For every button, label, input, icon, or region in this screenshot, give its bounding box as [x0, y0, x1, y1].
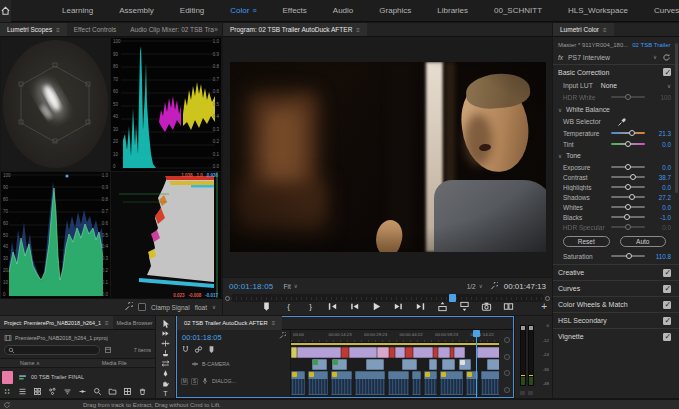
- slider-track[interactable]: [611, 206, 645, 208]
- timeline-clip[interactable]: [413, 347, 433, 358]
- slider-track[interactable]: [611, 226, 645, 228]
- slider-value[interactable]: 0.0: [649, 224, 671, 231]
- slider-value[interactable]: -1.0: [649, 214, 671, 221]
- timeline-clip[interactable]: [377, 347, 389, 358]
- panel-menu-icon[interactable]: ≡: [603, 27, 607, 33]
- timeline-clip[interactable]: [388, 371, 409, 395]
- slider-exposure[interactable]: Exposure0.0: [563, 162, 671, 172]
- tab-media-browser[interactable]: Media Browser: [113, 316, 155, 330]
- snap-icon[interactable]: [181, 345, 190, 354]
- sequence-clip-link[interactable]: 02 TSB Trailer AutoDu...: [632, 42, 671, 48]
- vignette-checkbox[interactable]: [663, 333, 671, 341]
- timeline-clip[interactable]: [442, 359, 455, 370]
- workspace-tab-color[interactable]: Color≡: [217, 6, 269, 15]
- reset-button[interactable]: Reset: [563, 236, 610, 247]
- timeline-clip[interactable]: [366, 359, 384, 370]
- slider-track[interactable]: [611, 255, 645, 257]
- collapse-caret-icon[interactable]: ∨: [558, 107, 562, 113]
- clip-source-label[interactable]: Master * 911YR004_180...02 TSB Trailer A…: [558, 42, 671, 48]
- export-frame-button[interactable]: [480, 300, 493, 313]
- add-marker-button[interactable]: [260, 300, 273, 313]
- timeline-clip[interactable]: [402, 359, 417, 370]
- white-balance-header[interactable]: White Balance: [566, 106, 610, 113]
- pen-tool[interactable]: [159, 369, 172, 378]
- section-color-wheels-match[interactable]: Color Wheels & Match: [553, 296, 679, 312]
- home-button[interactable]: [0, 0, 11, 22]
- play-button[interactable]: [370, 300, 383, 313]
- workspace-tab-audio[interactable]: Audio: [320, 6, 366, 15]
- tabs-overflow-icon[interactable]: »: [214, 26, 222, 33]
- tab-lumetri-color[interactable]: Lumetri Color≡: [553, 23, 614, 37]
- slider-highlights[interactable]: Highlights0.0: [563, 182, 671, 192]
- voiceover-mic-icon[interactable]: [201, 377, 209, 385]
- slider-saturation[interactable]: Saturation110.8: [563, 251, 671, 261]
- timeline-clip[interactable]: [312, 359, 327, 370]
- timeline-clip[interactable]: [487, 359, 499, 370]
- label-color-swatch[interactable]: [2, 371, 13, 384]
- workspace-tab-graphics[interactable]: Graphics: [366, 6, 424, 15]
- freeform-view-icon[interactable]: [47, 386, 58, 397]
- eyedropper-icon[interactable]: [617, 117, 627, 127]
- tab-program[interactable]: Program: 02 TSB Trailer AutoDuck AFTER≡: [223, 23, 367, 37]
- razor-tool[interactable]: [159, 349, 172, 358]
- list-header[interactable]: Name ∧ Media File: [0, 358, 155, 368]
- slider-value[interactable]: 38.7: [649, 174, 671, 181]
- slider-value[interactable]: 0.0: [649, 204, 671, 211]
- timeline-clip[interactable]: [438, 347, 450, 358]
- tone-header[interactable]: Tone: [566, 152, 581, 159]
- collapse-caret-icon[interactable]: ∨: [558, 153, 562, 159]
- timeline-clip[interactable]: [477, 347, 499, 358]
- slider-handle[interactable]: [629, 194, 635, 200]
- timeline-clip[interactable]: [331, 371, 352, 395]
- delete-icon[interactable]: [137, 386, 148, 397]
- curves-checkbox[interactable]: [663, 285, 671, 293]
- slider-track[interactable]: [611, 186, 645, 188]
- slider-shadows[interactable]: Shadows27.2: [563, 192, 671, 202]
- tab-effect-controls[interactable]: Effect Controls: [67, 23, 124, 37]
- workspace-tab-libraries[interactable]: Libraries: [424, 6, 481, 15]
- section-hsl-secondary[interactable]: HSL Secondary: [553, 312, 679, 328]
- section-vignette[interactable]: Vignette: [553, 328, 679, 344]
- panel-menu-icon[interactable]: ≡: [105, 320, 109, 326]
- slider-handle[interactable]: [629, 130, 635, 136]
- slider-contrast[interactable]: Contrast38.7: [563, 172, 671, 182]
- tab-audio-clip-mixer[interactable]: Audio Clip Mixer: 02 TSB Trailer AutoDuc…: [123, 23, 214, 37]
- slip-tool[interactable]: [159, 359, 172, 368]
- search-box[interactable]: [4, 345, 100, 355]
- step-forward-button[interactable]: [392, 300, 405, 313]
- scope-format-dropdown[interactable]: float: [195, 304, 207, 311]
- section-creative[interactable]: Creative: [553, 264, 679, 280]
- timeline-clip[interactable]: [297, 347, 341, 358]
- timeline-clip[interactable]: [291, 371, 305, 395]
- timeline-clip[interactable]: [454, 347, 465, 358]
- workspace-tab-hls-workspace[interactable]: HLS_Workspace: [555, 6, 641, 15]
- go-to-in-button[interactable]: [326, 300, 339, 313]
- section-curves[interactable]: Curves: [553, 280, 679, 296]
- timeline-clip[interactable]: [395, 347, 405, 358]
- slider-value[interactable]: 0.0: [649, 184, 671, 191]
- extract-button[interactable]: [458, 300, 471, 313]
- timeline-timecode[interactable]: 00:01:18:05: [182, 333, 222, 342]
- linked-selection-icon[interactable]: [194, 345, 203, 354]
- creative-checkbox[interactable]: [663, 269, 671, 277]
- program-timecode[interactable]: 00:01:18:05: [229, 282, 273, 291]
- slider-value[interactable]: 110.8: [649, 253, 671, 260]
- color-wheels-match-checkbox[interactable]: [663, 301, 671, 309]
- timeline-playhead[interactable]: [476, 330, 477, 397]
- timeline-clip[interactable]: [341, 347, 349, 358]
- timeline-ruler[interactable]: 00:0000:00:14:2300:00:29:2300:00:44:2200…: [291, 330, 499, 343]
- slider-whites[interactable]: Whites0.0: [563, 202, 671, 212]
- project-list-item[interactable]: 00 TSB Trailer FINAL: [0, 369, 155, 385]
- program-settings-wrench-icon[interactable]: [489, 282, 498, 291]
- panel-menu-icon[interactable]: ≡: [272, 320, 276, 326]
- slider-value[interactable]: 100: [649, 94, 671, 101]
- video-track-header[interactable]: B-CAMERA: [177, 360, 290, 368]
- slider-value[interactable]: 27.2: [649, 194, 671, 201]
- work-area-bar[interactable]: [291, 343, 499, 345]
- slider-handle[interactable]: [630, 174, 636, 180]
- button-editor-plus[interactable]: +: [541, 301, 547, 312]
- slider-handle[interactable]: [625, 164, 631, 170]
- eye-icon[interactable]: [191, 360, 199, 368]
- zoom-level-dropdown[interactable]: Fit∨: [283, 283, 297, 290]
- slider-tint[interactable]: Tint0.0: [563, 139, 671, 149]
